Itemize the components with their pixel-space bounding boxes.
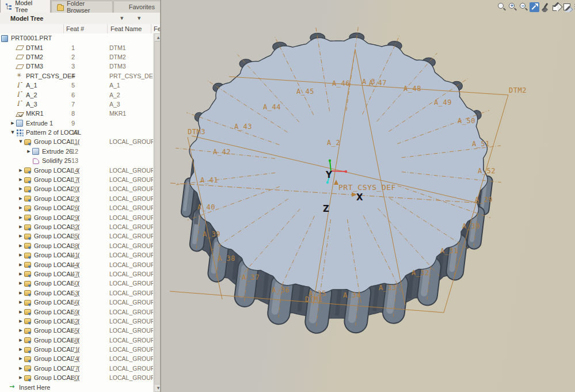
tree-row[interactable]: Group LOCAL_(47LOCAL_GROUP_36 [0,269,153,279]
axis-label[interactable]: A_2 [327,139,340,147]
expand-arrow[interactable] [17,215,24,220]
expand-arrow[interactable] [17,319,24,324]
axis-label[interactable]: A_52 [478,167,496,175]
tree-row[interactable]: Group LOCAL_(32LOCAL_GROUP_31 [0,222,153,231]
tree-row[interactable]: Extrude 19 [0,119,153,128]
expand-arrow[interactable] [17,291,24,295]
expand-arrow[interactable] [17,366,24,371]
tree-row[interactable]: Group LOCAL_(74LOCAL_GROUP_45 [0,354,153,363]
tree-row[interactable]: A_37A_3 [0,100,153,109]
tree-row[interactable]: Group LOCAL_(38LOCAL_GROUP_33 [0,241,153,250]
expand-arrow[interactable] [25,149,32,154]
tree-row[interactable]: Group LOCAL_(77LOCAL_GROUP_46 [0,364,153,373]
graphics-viewport[interactable]: DTM3A_43A_42A_41A_40A_39A_38A_37A_36A_35… [161,0,575,392]
axis-label[interactable]: A_29 [475,196,493,204]
tree-row[interactable]: PRT0001.PRT [0,33,153,43]
tree-row[interactable]: Group LOCAL_(65LOCAL_GROUP_42 [0,326,153,335]
axis-label[interactable]: A_40 [197,203,215,211]
expand-arrow[interactable] [17,243,24,248]
tree-row[interactable]: Group LOCAL_(11LOCAL_GROUP_24 [0,137,153,146]
csys-label[interactable]: PRT_CSYS_DEF [338,183,396,192]
axis-label[interactable]: A_48 [403,85,421,93]
expand-arrow[interactable] [17,338,24,342]
column-feat-name[interactable]: Feat Name [111,25,142,32]
tree-row[interactable]: Extrude 2612 [0,147,153,156]
axis-label[interactable]: A_43 [234,123,252,131]
axis-label[interactable]: A_42 [213,148,231,156]
axis-label[interactable]: A_44 [263,103,281,111]
tree-filters-button[interactable] [109,14,119,23]
tree-row[interactable]: Group LOCAL_(68LOCAL_GROUP_43 [0,336,153,345]
expand-arrow[interactable] [17,281,24,286]
expand-arrow[interactable] [17,375,24,380]
zoom-in-button[interactable]: + [508,2,517,12]
expand-arrow[interactable] [17,328,24,333]
saved-views-button[interactable] [562,2,572,12]
tree-row[interactable]: Solidify 2513 [0,156,153,165]
expand-arrow[interactable] [17,224,24,229]
axis-label[interactable]: A_37 [242,273,260,281]
tree-row[interactable]: Group LOCAL_(29LOCAL_GROUP_30 [0,212,153,222]
zoom-out-button[interactable]: − [519,2,528,12]
zoom-box-button[interactable] [497,2,507,12]
axis-label[interactable]: A_36 [272,286,290,294]
tree-row[interactable]: Group LOCAL_(35LOCAL_GROUP_32 [0,231,153,241]
tree-row[interactable]: Group LOCAL_(26LOCAL_GROUP_29 [0,203,153,212]
expand-arrow[interactable] [17,234,24,238]
tree-row[interactable]: DTM22DTM2 [0,52,153,62]
tree-row[interactable]: Group LOCAL_(23LOCAL_GROUP_28 [0,194,153,203]
tree-settings-button[interactable] [127,14,136,23]
tree-row[interactable]: Group LOCAL_(17LOCAL_GROUP_26 [0,175,153,184]
expand-arrow[interactable] [17,310,24,314]
tree-row[interactable]: Group LOCAL_(59LOCAL_GROUP_40 [0,307,153,316]
axis-label[interactable]: A_51 [472,140,490,148]
expand-arrow[interactable] [17,356,24,361]
datum-plane-label[interactable]: DTM1 [305,295,323,303]
expand-arrow[interactable] [17,300,24,305]
datum-plane-label[interactable]: DTM3 [188,128,205,136]
tree-row[interactable]: Insert Here [0,382,153,391]
refit-button[interactable] [530,2,539,12]
tree-row[interactable]: Group LOCAL_(56LOCAL_GROUP_39 [0,298,153,307]
tree-row[interactable]: PRT_CSYS_DEF4PRT_CSYS_DEF [0,71,153,81]
expand-arrow[interactable] [17,187,24,191]
tree-row[interactable]: Group LOCAL_(80LOCAL_GROUP_47 [0,373,153,382]
expand-arrow[interactable] [17,262,24,267]
expand-arrow[interactable] [17,205,24,210]
expand-arrow[interactable] [17,272,24,276]
expand-arrow[interactable] [17,139,24,144]
tree-row[interactable]: MKR18MKR1 [0,109,153,118]
tree-row[interactable]: DTM11DTM1 [0,43,153,52]
tree-row[interactable]: Group LOCAL_(53LOCAL_GROUP_38 [0,288,153,298]
tree-row[interactable]: Group LOCAL_(50LOCAL_GROUP_37 [0,279,153,288]
expand-arrow[interactable] [17,196,24,201]
axis-label[interactable]: A_39 [203,230,220,238]
tab-favorites[interactable]: Favorites [113,1,161,13]
expand-arrow[interactable] [9,130,16,135]
dropdown-caret-icon[interactable]: ▼ [120,16,125,21]
axis-label[interactable]: A_50 [458,117,475,125]
axis-label[interactable]: A_46 [332,79,350,87]
axis-label[interactable]: A_45 [296,87,314,96]
datum-plane-label[interactable]: DTM2 [509,86,527,94]
gear-part-scene[interactable] [161,0,575,392]
dropdown-caret-icon[interactable]: ▼ [138,16,142,21]
tab-model-tree[interactable]: Model Tree [0,0,51,13]
expand-arrow[interactable] [17,177,24,182]
tree-row[interactable]: Pattern 2 of LOCAL10 [0,128,153,137]
axis-label[interactable]: A_32 [412,269,429,277]
axis-label[interactable]: A_41 [200,176,218,184]
tree-row[interactable]: A_15A_1 [0,81,153,90]
axis-label[interactable]: A_33 [379,284,397,292]
expand-arrow[interactable] [17,168,24,173]
tree-row[interactable]: DTM33DTM3 [0,62,153,71]
tree-row[interactable]: Group LOCAL_(41LOCAL_GROUP_34 [0,250,153,260]
axis-label[interactable]: A_34 [343,291,361,299]
axis-label[interactable]: A_30 [462,222,480,230]
axis-label[interactable]: A_47 [369,79,387,87]
tree-row[interactable]: Group LOCAL_(20LOCAL_GROUP_27 [0,184,153,193]
expand-arrow[interactable] [9,121,16,125]
find-feature-button[interactable] [144,14,153,23]
axis-label[interactable]: A_31 [440,247,458,255]
tree-row[interactable]: Group LOCAL_(71LOCAL_GROUP_44 [0,345,153,354]
